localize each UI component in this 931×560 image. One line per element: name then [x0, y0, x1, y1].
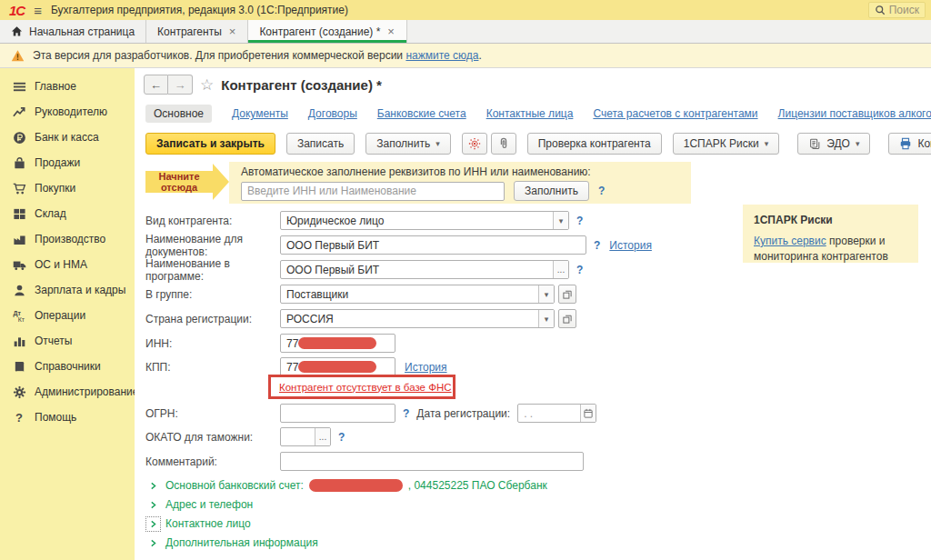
- forward-button[interactable]: →: [168, 75, 193, 95]
- nav-contacts[interactable]: Контактные лица: [486, 107, 574, 120]
- save-and-close-button[interactable]: Записать и закрыть: [145, 133, 275, 155]
- field-label: Наименование в программе:: [145, 257, 280, 283]
- nav-settlement-accounts[interactable]: Счета расчетов с контрагентами: [593, 107, 757, 120]
- chevron-down-icon[interactable]: ▾: [538, 310, 554, 327]
- name-app-input[interactable]: ООО Первый БИТ ...: [280, 260, 569, 279]
- kind-select[interactable]: Юридическое лицо ▾: [280, 211, 569, 230]
- help-icon[interactable]: ?: [576, 215, 583, 227]
- section-additional-info[interactable]: Дополнительная информация: [146, 535, 318, 551]
- section-address-phone[interactable]: Адрес и телефон: [146, 496, 253, 513]
- favorite-star-icon[interactable]: ☆: [200, 75, 214, 95]
- tab-label: Контрагент (создание) *: [259, 25, 380, 38]
- kpp-input[interactable]: 77: [280, 357, 395, 376]
- fill-button[interactable]: Заполнить▾: [365, 133, 450, 155]
- kpp-history-link[interactable]: История: [405, 361, 447, 374]
- printer-icon: [899, 137, 912, 150]
- sidebar-item-purchases[interactable]: Покупки: [0, 175, 135, 201]
- sidebar-item-administration[interactable]: Администрирование: [0, 379, 135, 405]
- buy-version-link[interactable]: нажмите сюда: [405, 49, 478, 62]
- sidebar-item-warehouse[interactable]: Склад: [0, 201, 135, 226]
- sidebar-item-salary-hr[interactable]: Зарплата и кадры: [0, 277, 135, 303]
- autofill-fill-button[interactable]: Заполнить: [514, 181, 589, 201]
- ellipsis-button[interactable]: ...: [553, 261, 568, 278]
- field-row-name-docs: Наименование для документов: ООО Первый …: [145, 235, 652, 255]
- name-docs-history-link[interactable]: История: [609, 239, 652, 252]
- ellipsis-button[interactable]: ...: [315, 428, 330, 445]
- inn-name-input[interactable]: [242, 185, 504, 197]
- dt-kt-icon: ДтКт: [12, 308, 26, 323]
- sidebar-item-help[interactable]: ? Помощь: [0, 405, 135, 430]
- close-icon[interactable]: ×: [228, 25, 237, 38]
- tab-home[interactable]: Начальная страница: [0, 20, 146, 43]
- envelope-button[interactable]: Конверт: [888, 133, 931, 155]
- help-icon[interactable]: ?: [338, 431, 345, 444]
- tab-label: Контрагенты: [157, 25, 222, 38]
- paperclip-icon: [497, 137, 510, 150]
- fns-warning-link[interactable]: Контрагент отсутствует в базе ФНС: [279, 382, 452, 393]
- nav-bank-accounts[interactable]: Банковские счета: [377, 107, 466, 120]
- field-label: Страна регистрации:: [145, 313, 280, 325]
- field-label: ИНН:: [145, 337, 280, 350]
- spark-risks-button[interactable]: 1СПАРК Риски▾: [673, 133, 780, 155]
- chevron-down-icon[interactable]: ▾: [538, 285, 554, 303]
- check-counterparty-button[interactable]: Проверка контрагента: [527, 133, 662, 155]
- group-open-button[interactable]: [558, 285, 576, 304]
- sidebar-item-fixed-assets[interactable]: ОС и НМА: [0, 252, 135, 277]
- global-search[interactable]: Поиск: [868, 2, 926, 18]
- comment-input[interactable]: [281, 455, 583, 468]
- inn-input[interactable]: 77: [280, 334, 395, 353]
- sidebar-item-label: Склад: [35, 207, 66, 220]
- name-docs-input[interactable]: ООО Первый БИТ: [280, 235, 586, 255]
- ogrn-input[interactable]: [281, 407, 395, 420]
- field-label: ОГРН:: [145, 407, 280, 420]
- back-button[interactable]: ←: [144, 75, 168, 95]
- field-label: КПП:: [145, 361, 280, 374]
- help-icon[interactable]: ?: [598, 185, 605, 197]
- group-select[interactable]: Поставщики ▾: [280, 285, 555, 304]
- chevron-down-icon[interactable]: ▾: [553, 212, 568, 229]
- redacted-value: [298, 361, 376, 373]
- sidebar-item-reports[interactable]: Отчеты: [0, 328, 135, 354]
- sidebar-item-directories[interactable]: Справочники: [0, 354, 135, 379]
- structure-button[interactable]: [462, 133, 487, 155]
- home-icon: [11, 25, 23, 37]
- field-label: ОКАТО для таможни:: [145, 431, 280, 444]
- chevron-down-icon: ▾: [435, 139, 440, 148]
- nav-osnovnoe[interactable]: Основное: [145, 105, 212, 123]
- help-icon[interactable]: ?: [594, 239, 600, 252]
- group-value: Поставщики: [281, 288, 354, 301]
- truck-icon: [12, 257, 26, 272]
- sidebar-item-manager[interactable]: Руководителю: [0, 99, 135, 125]
- help-icon[interactable]: ?: [403, 407, 409, 420]
- okato-input[interactable]: [281, 431, 315, 444]
- tab-kontragent-creation[interactable]: Контрагент (создание) * ×: [248, 20, 407, 43]
- country-open-button[interactable]: [558, 309, 576, 328]
- sidebar-item-label: Банк и касса: [35, 131, 99, 144]
- help-icon[interactable]: ?: [576, 264, 583, 276]
- autofill-panel: Автоматическое заполнение реквизитов по …: [229, 162, 691, 204]
- edo-button[interactable]: ЭДО▾: [797, 133, 870, 155]
- section-bank-account[interactable]: Основной банковский счет: , 044525225 ПА…: [146, 477, 547, 494]
- country-select[interactable]: РОССИЯ ▾: [280, 309, 555, 328]
- sidebar-item-operations[interactable]: ДтКт Операции: [0, 303, 135, 328]
- close-icon[interactable]: ×: [386, 25, 395, 38]
- section-contact-person[interactable]: Контактное лицо: [146, 515, 251, 532]
- tab-kontragenty[interactable]: Контрагенты ×: [146, 20, 248, 43]
- kind-value: Юридическое лицо: [281, 215, 389, 227]
- nav-dogovory[interactable]: Договоры: [308, 107, 357, 120]
- nav-alcohol-licenses[interactable]: Лицензии поставщиков алкогольной продукц…: [778, 107, 931, 120]
- sidebar-item-bank-cash[interactable]: Банк и касса: [0, 125, 135, 150]
- reg-date-input[interactable]: [518, 407, 580, 420]
- save-button[interactable]: Записать: [286, 133, 355, 155]
- sidebar-item-main[interactable]: Главное: [0, 74, 135, 99]
- nav-dokumenty[interactable]: Документы: [232, 107, 288, 120]
- redacted-value: [298, 337, 376, 349]
- buy-service-link[interactable]: Купить сервис: [754, 235, 826, 247]
- calendar-icon[interactable]: [580, 405, 596, 422]
- main-menu-icon[interactable]: ≡: [34, 3, 42, 18]
- sidebar-item-production[interactable]: Производство: [0, 226, 135, 252]
- attachments-button[interactable]: [491, 133, 516, 155]
- field-label: Вид контрагента:: [145, 215, 280, 227]
- sidebar-item-sales[interactable]: Продажи: [0, 150, 135, 175]
- field-row-ogrn: ОГРН: ? Дата регистрации:: [145, 404, 596, 423]
